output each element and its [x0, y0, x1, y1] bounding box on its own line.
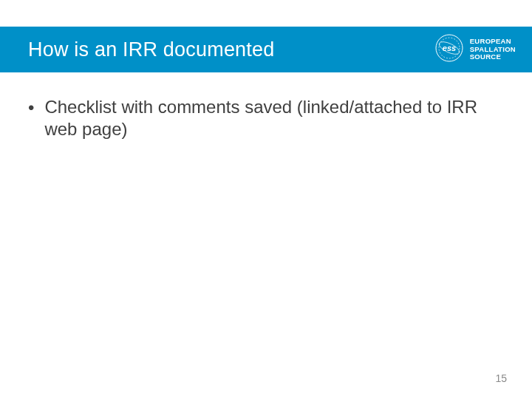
ess-logo-icon: ess — [434, 33, 464, 66]
bullet-item: • Checklist with comments saved (linked/… — [28, 96, 504, 140]
slide: How is an IRR documented ess EUROPEAN SP… — [0, 0, 532, 399]
org-logo-block: ess EUROPEAN SPALLATION SOURCE — [434, 33, 516, 66]
header-band: How is an IRR documented ess EUROPEAN SP… — [0, 27, 532, 72]
page-number: 15 — [495, 372, 507, 384]
bullet-text: Checklist with comments saved (linked/at… — [44, 96, 504, 140]
bullet-marker-icon: • — [28, 96, 34, 119]
org-name: EUROPEAN SPALLATION SOURCE — [470, 38, 516, 62]
ess-logo-text: ess — [443, 44, 456, 52]
slide-body: • Checklist with comments saved (linked/… — [28, 96, 504, 140]
slide-title: How is an IRR documented — [28, 38, 274, 61]
